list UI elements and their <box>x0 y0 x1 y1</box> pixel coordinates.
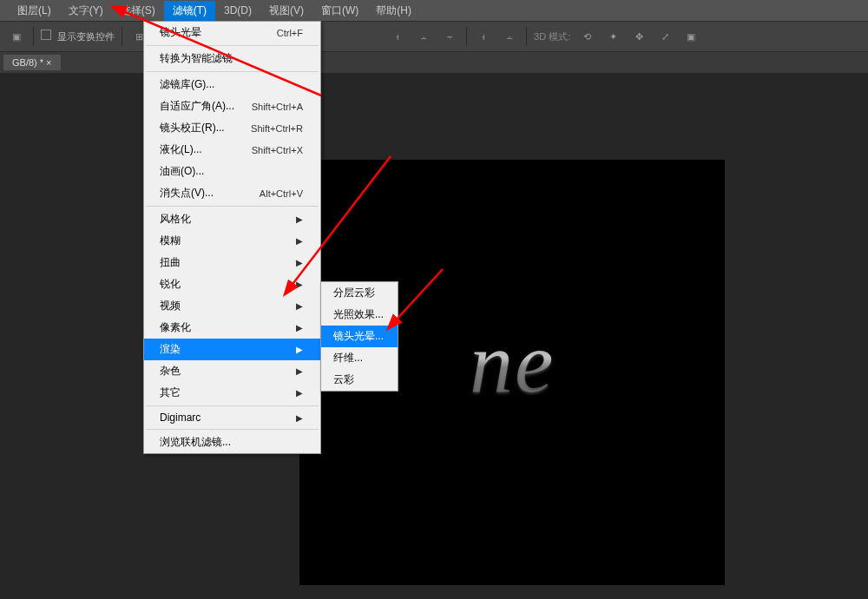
menu-separator <box>146 206 319 207</box>
menu-shortcut: Alt+Ctrl+V <box>260 188 303 199</box>
submenu-arrow-icon: ▶ <box>296 366 303 376</box>
menu-item-label: 转换为智能滤镜 <box>160 51 233 66</box>
submenu-arrow-icon: ▶ <box>296 345 303 354</box>
submenu-arrow-icon: ▶ <box>296 413 303 423</box>
dist-icon-1[interactable]: ⫞ <box>474 27 493 46</box>
render-submenu: 分层云彩 光照效果... 镜头光晕... 纤维... 云彩 <box>320 281 398 392</box>
menu-layer[interactable]: 图层(L) <box>9 1 60 21</box>
menu-item-label: Digimarc <box>160 411 201 424</box>
scale-icon[interactable]: ⤢ <box>655 27 674 46</box>
menu-item-label: 渲染 <box>160 342 181 357</box>
menu-item-label: 镜头光晕 <box>160 25 201 40</box>
pan-icon[interactable]: ✦ <box>603 27 622 46</box>
menu-text[interactable]: 文字(Y) <box>60 1 112 21</box>
submenu-clouds[interactable]: 云彩 <box>321 369 398 391</box>
toolbar-divider <box>122 27 122 46</box>
toolbar-divider <box>466 27 467 46</box>
menu-blur[interactable]: 模糊▶ <box>144 230 320 252</box>
align-center-icon[interactable]: ⫠ <box>414 27 433 46</box>
menu-video[interactable]: 视频▶ <box>144 295 320 317</box>
camera-icon[interactable]: ▣ <box>681 27 700 46</box>
menu-3d[interactable]: 3D(D) <box>215 2 260 19</box>
menu-vanishing-point[interactable]: 消失点(V)...Alt+Ctrl+V <box>144 182 320 204</box>
menu-separator <box>146 405 319 406</box>
tabbar: GB/8) * × <box>0 52 868 73</box>
menu-shortcut: Ctrl+F <box>277 28 303 38</box>
menu-item-label: 液化(L)... <box>160 142 202 157</box>
menu-separator <box>146 429 319 430</box>
menu-item-label: 油画(O)... <box>160 164 204 179</box>
menu-distort[interactable]: 扭曲▶ <box>144 252 320 273</box>
document-tab[interactable]: GB/8) * × <box>3 55 61 70</box>
menu-window[interactable]: 窗口(W) <box>312 1 367 21</box>
submenu-arrow-icon: ▶ <box>296 236 303 246</box>
checkbox-icon[interactable] <box>41 30 51 40</box>
menu-item-label: 视频 <box>160 299 181 313</box>
submenu-arrow-icon: ▶ <box>296 258 303 267</box>
menu-noise[interactable]: 杂色▶ <box>144 360 320 382</box>
menu-item-label: 杂色 <box>160 364 181 378</box>
menu-filter-gallery[interactable]: 滤镜库(G)... <box>144 74 320 95</box>
toolbar: ▣ 显示变换控件 ⊞ ⊟ ⫞ ⫠ ⫟ ⫞ ⫠ 3D 模式: ⟲ ✦ ✥ ⤢ ▣ <box>0 21 868 52</box>
orbit-icon[interactable]: ⟲ <box>577 27 596 46</box>
menu-filter[interactable]: 滤镜(T) <box>164 1 215 21</box>
submenu-fibers[interactable]: 纤维... <box>321 347 398 369</box>
menu-digimarc[interactable]: Digimarc▶ <box>144 408 320 427</box>
menu-adaptive-wide[interactable]: 自适应广角(A)...Shift+Ctrl+A <box>144 95 320 117</box>
menu-shortcut: Shift+Ctrl+R <box>251 123 303 134</box>
submenu-arrow-icon: ▶ <box>296 301 303 311</box>
submenu-arrow-icon: ▶ <box>296 214 303 224</box>
submenu-arrow-icon: ▶ <box>296 388 303 398</box>
menu-separator <box>146 45 319 46</box>
menu-separator <box>146 71 319 72</box>
menu-item-label: 模糊 <box>160 234 181 248</box>
show-transform-controls[interactable]: 显示变换控件 <box>41 30 115 43</box>
menu-select[interactable]: 选择(S) <box>112 1 164 21</box>
menu-item-label: 消失点(V)... <box>160 186 214 201</box>
submenu-lens-flare[interactable]: 镜头光晕... <box>321 326 398 347</box>
toolbar-divider <box>33 27 34 46</box>
menu-last-filter[interactable]: 镜头光晕 Ctrl+F <box>144 22 320 43</box>
toolbar-divider <box>526 27 527 46</box>
checkbox-label: 显示变换控件 <box>57 31 115 42</box>
menu-item-label: 其它 <box>160 385 181 400</box>
menu-convert-smart[interactable]: 转换为智能滤镜 <box>144 48 320 69</box>
align-left-icon[interactable]: ⫞ <box>388 27 407 46</box>
tool-icon-1[interactable]: ▣ <box>7 27 26 46</box>
menu-view[interactable]: 视图(V) <box>260 1 312 21</box>
menu-item-label: 自适应广角(A)... <box>160 99 234 114</box>
menu-item-label: 锐化 <box>160 277 181 292</box>
mode3d-label: 3D 模式: <box>534 30 570 43</box>
menu-item-label: 扭曲 <box>160 255 181 270</box>
menu-render[interactable]: 渲染▶ <box>144 339 320 360</box>
menu-lens-correction[interactable]: 镜头校正(R)...Shift+Ctrl+R <box>144 117 320 139</box>
menu-browse-online[interactable]: 浏览联机滤镜... <box>144 431 320 453</box>
submenu-lighting-effects[interactable]: 光照效果... <box>321 304 398 326</box>
menu-help[interactable]: 帮助(H) <box>367 1 420 21</box>
menu-item-label: 镜头校正(R)... <box>160 121 225 135</box>
menu-other[interactable]: 其它▶ <box>144 382 320 404</box>
menu-item-label: 浏览联机滤镜... <box>160 435 231 450</box>
filter-menu: 镜头光晕 Ctrl+F 转换为智能滤镜 滤镜库(G)... 自适应广角(A)..… <box>143 21 321 454</box>
submenu-difference-clouds[interactable]: 分层云彩 <box>321 282 398 304</box>
submenu-arrow-icon: ▶ <box>296 280 303 289</box>
menu-sharpen[interactable]: 锐化▶ <box>144 273 320 295</box>
move-icon[interactable]: ✥ <box>629 27 648 46</box>
menu-pixelate[interactable]: 像素化▶ <box>144 317 320 339</box>
menu-item-label: 风格化 <box>160 212 191 227</box>
menu-oil-paint[interactable]: 油画(O)... <box>144 161 320 182</box>
submenu-arrow-icon: ▶ <box>296 323 303 332</box>
canvas-area: ne <box>0 73 868 599</box>
menu-shortcut: Shift+Ctrl+X <box>252 145 303 155</box>
menu-item-label: 滤镜库(G)... <box>160 77 214 92</box>
menubar: 图层(L) 文字(Y) 选择(S) 滤镜(T) 3D(D) 视图(V) 窗口(W… <box>0 0 868 21</box>
align-right-icon[interactable]: ⫟ <box>440 27 459 46</box>
menu-item-label: 像素化 <box>160 320 191 335</box>
dist-icon-2[interactable]: ⫠ <box>500 27 519 46</box>
menu-stylize[interactable]: 风格化▶ <box>144 208 320 230</box>
canvas-text: ne <box>470 313 555 412</box>
menu-shortcut: Shift+Ctrl+A <box>252 102 303 112</box>
menu-liquify[interactable]: 液化(L)...Shift+Ctrl+X <box>144 139 320 161</box>
